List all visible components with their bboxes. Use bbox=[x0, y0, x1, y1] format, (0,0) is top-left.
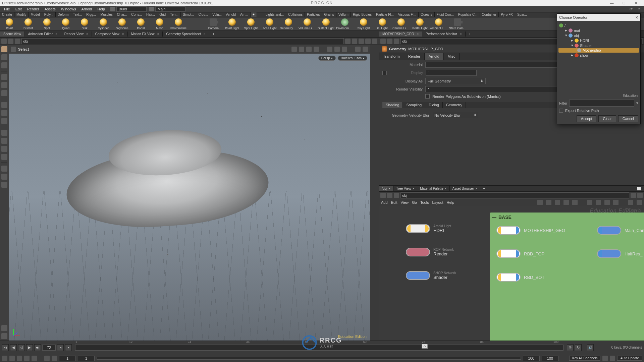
cut-tool-icon[interactable] bbox=[1, 146, 7, 152]
timeline-cursor[interactable]: 72 bbox=[422, 344, 428, 349]
shelf-tab[interactable]: Create bbox=[0, 12, 14, 17]
ghost-icon[interactable] bbox=[314, 47, 319, 52]
nav-home-icon[interactable] bbox=[394, 193, 399, 198]
tab-tree-view[interactable]: Tree View× bbox=[393, 186, 417, 191]
display-flag[interactable] bbox=[598, 227, 602, 234]
tab-motionfx-view[interactable]: Motion FX View× bbox=[128, 32, 163, 37]
cook-icon[interactable] bbox=[602, 356, 608, 361]
cancel-button[interactable]: Cancel bbox=[618, 115, 638, 122]
tab-add[interactable]: + bbox=[209, 32, 218, 37]
tool-pointlight[interactable]: Point Light bbox=[224, 18, 240, 30]
menu-assets[interactable]: Assets bbox=[42, 7, 58, 11]
filter-input[interactable] bbox=[569, 100, 634, 107]
accept-button[interactable]: Accept bbox=[577, 115, 597, 122]
menu-render[interactable]: Render bbox=[24, 7, 42, 11]
subd-checkbox[interactable] bbox=[425, 94, 430, 99]
shelf-tab[interactable]: Rigid Bodies bbox=[351, 12, 374, 17]
snap2-icon[interactable] bbox=[334, 47, 340, 52]
view-tool-icon[interactable] bbox=[1, 166, 7, 172]
shelf-tab[interactable]: Hair... bbox=[144, 12, 157, 17]
path-fullscreen-icon[interactable] bbox=[372, 39, 377, 44]
shelf-tab[interactable]: Viscous Fl... bbox=[396, 12, 419, 17]
display-checkbox[interactable] bbox=[382, 71, 387, 75]
tab-geo-spreadsheet[interactable]: Geometry Spreadsheet× bbox=[163, 32, 209, 37]
grid2-icon[interactable] bbox=[572, 200, 578, 205]
node-rbd-top[interactable]: RBD_TOP bbox=[496, 249, 544, 258]
node-shader[interactable]: SHOP NetworkShader bbox=[406, 271, 456, 280]
tab-perfmon[interactable]: Performance Monitor× bbox=[422, 32, 465, 37]
overview-icon[interactable] bbox=[637, 200, 642, 205]
update-icon[interactable]: ⟳ bbox=[627, 7, 635, 11]
shelf-tab[interactable]: Volu... bbox=[210, 12, 224, 17]
shelf-tab[interactable]: Simpl... bbox=[181, 12, 196, 17]
tool-volumelight[interactable]: Volume Light bbox=[299, 18, 315, 30]
display-flag[interactable] bbox=[516, 227, 519, 234]
nav-home-icon[interactable] bbox=[15, 39, 20, 44]
tool-spot[interactable]: Spot bbox=[39, 18, 55, 30]
tab-misc[interactable]: Misc bbox=[444, 53, 460, 60]
nav-back-icon[interactable] bbox=[380, 39, 386, 44]
net-menu-help[interactable]: Help bbox=[447, 200, 454, 204]
first-frame-button[interactable]: ⏮ bbox=[2, 344, 9, 351]
nav-fwd-icon[interactable] bbox=[387, 39, 392, 44]
close-icon[interactable]: × bbox=[388, 187, 390, 190]
current-frame-field[interactable] bbox=[42, 345, 56, 351]
display-as-select[interactable]: Full Geometry⇕ bbox=[425, 78, 486, 84]
shelf-tab[interactable]: Arn... bbox=[238, 12, 251, 17]
select-tool-icon[interactable] bbox=[1, 46, 7, 52]
shelf-tab[interactable]: Arnold bbox=[224, 12, 238, 17]
camera-menu[interactable]: HalfRes_Cam▾ bbox=[338, 56, 367, 61]
nav-home-icon[interactable] bbox=[394, 39, 399, 44]
tool-point[interactable]: Point bbox=[1, 18, 17, 30]
prev-frame-button[interactable]: ◀ bbox=[10, 344, 17, 351]
step-fwd-icon[interactable] bbox=[52, 356, 57, 361]
close-icon[interactable]: × bbox=[460, 32, 462, 36]
display-flag[interactable] bbox=[407, 225, 411, 232]
tool-stereocam[interactable]: Stere Cam... bbox=[449, 18, 466, 30]
range-last-field[interactable] bbox=[523, 356, 540, 361]
prev-key-button[interactable]: ◂ bbox=[57, 344, 64, 351]
layout-icon[interactable] bbox=[555, 200, 560, 205]
tab-anim-editor[interactable]: Animation Editor× bbox=[25, 32, 61, 37]
nav-back-icon[interactable] bbox=[380, 193, 386, 198]
tab-arnold[interactable]: Arnold bbox=[425, 53, 444, 60]
menu-arnold[interactable]: Arnold bbox=[78, 7, 95, 11]
tab-add[interactable]: + bbox=[466, 32, 475, 37]
display-opts-icon[interactable] bbox=[299, 47, 304, 52]
net-menu-tools[interactable]: Tools bbox=[420, 200, 429, 204]
tool-camera[interactable]: Camera bbox=[205, 18, 221, 30]
tool-geolight[interactable]: Geometry Light bbox=[280, 18, 297, 30]
range-icon[interactable] bbox=[17, 356, 22, 361]
path-gear-icon[interactable] bbox=[352, 39, 357, 44]
group-icon[interactable] bbox=[342, 47, 347, 52]
tool-skydome[interactable]: Skydome bbox=[114, 18, 130, 30]
tool-disk[interactable]: Disk bbox=[76, 18, 93, 30]
global-anim-icon[interactable] bbox=[24, 356, 30, 361]
scale-tool-icon[interactable] bbox=[1, 90, 7, 96]
autokey-icon[interactable] bbox=[2, 356, 7, 361]
popup-header[interactable]: Choose Operator: ✕ bbox=[557, 14, 640, 21]
tool-envlight[interactable]: Environment Light bbox=[337, 18, 353, 30]
pin-icon[interactable] bbox=[637, 193, 643, 198]
window-close-icon[interactable]: ✕ bbox=[630, 1, 642, 5]
tab-add[interactable]: + bbox=[480, 186, 488, 191]
find-icon[interactable] bbox=[628, 200, 633, 205]
play-button[interactable]: ▶ bbox=[26, 344, 33, 351]
net-menu-view[interactable]: View bbox=[401, 200, 409, 204]
realtime-toggle[interactable]: ⟳ bbox=[567, 344, 574, 351]
network-path-input[interactable] bbox=[400, 192, 629, 198]
align-icon[interactable] bbox=[546, 200, 551, 205]
tab-material-palette[interactable]: Material Palette× bbox=[417, 186, 449, 191]
shelf-tab[interactable]: Collisions bbox=[286, 12, 305, 17]
shelf-tab[interactable]: Pyro FX bbox=[499, 12, 515, 17]
tool-skylight[interactable]: Sky Light bbox=[356, 18, 372, 30]
shelf-tab[interactable]: Populate C... bbox=[456, 12, 480, 17]
tree-shader[interactable]: ▾Shader bbox=[558, 43, 639, 48]
shelf-tab[interactable]: Char... bbox=[115, 12, 129, 17]
persp-menu[interactable]: Persp▾ bbox=[318, 56, 336, 61]
flipbook-icon[interactable] bbox=[1, 325, 7, 331]
shelf-tab[interactable]: Vellum bbox=[336, 12, 351, 17]
timeline-track[interactable]: 1 12 24 36 48 60 72 84 100 72 bbox=[75, 345, 564, 351]
shelf-tab[interactable]: Grains bbox=[322, 12, 336, 17]
velocity-blur-select[interactable]: No Velocity Blur⇕ bbox=[432, 112, 479, 118]
